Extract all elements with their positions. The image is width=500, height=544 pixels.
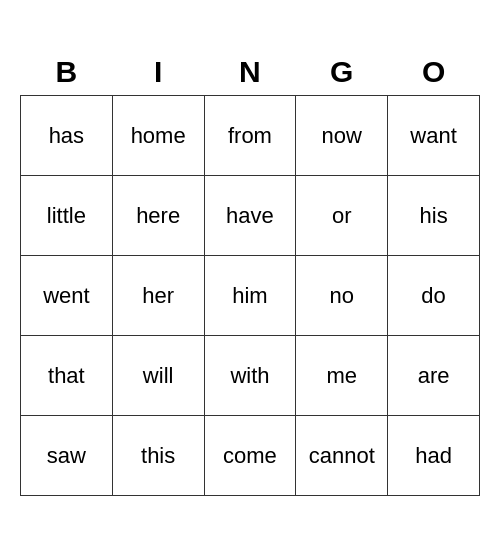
cell-r2-c2: him	[204, 256, 296, 336]
cell-r3-c4: are	[388, 336, 480, 416]
table-row: hashomefromnowwant	[21, 96, 480, 176]
bingo-card: B I N G O hashomefromnowwantlittlehereha…	[20, 48, 480, 497]
cell-r0-c2: from	[204, 96, 296, 176]
cell-r2-c1: her	[112, 256, 204, 336]
header-b: B	[21, 48, 113, 96]
table-row: wentherhimnodo	[21, 256, 480, 336]
cell-r3-c3: me	[296, 336, 388, 416]
cell-r0-c3: now	[296, 96, 388, 176]
cell-r0-c4: want	[388, 96, 480, 176]
header-o: O	[388, 48, 480, 96]
table-row: littleherehaveorhis	[21, 176, 480, 256]
cell-r2-c3: no	[296, 256, 388, 336]
cell-r1-c0: little	[21, 176, 113, 256]
cell-r1-c2: have	[204, 176, 296, 256]
cell-r2-c4: do	[388, 256, 480, 336]
cell-r3-c2: with	[204, 336, 296, 416]
cell-r4-c0: saw	[21, 416, 113, 496]
header-g: G	[296, 48, 388, 96]
cell-r3-c0: that	[21, 336, 113, 416]
table-row: sawthiscomecannothad	[21, 416, 480, 496]
cell-r3-c1: will	[112, 336, 204, 416]
cell-r0-c0: has	[21, 96, 113, 176]
cell-r1-c1: here	[112, 176, 204, 256]
table-row: thatwillwithmeare	[21, 336, 480, 416]
header-n: N	[204, 48, 296, 96]
cell-r4-c4: had	[388, 416, 480, 496]
cell-r1-c4: his	[388, 176, 480, 256]
cell-r4-c1: this	[112, 416, 204, 496]
header-i: I	[112, 48, 204, 96]
cell-r4-c2: come	[204, 416, 296, 496]
cell-r2-c0: went	[21, 256, 113, 336]
bingo-body: hashomefromnowwantlittleherehaveorhiswen…	[21, 96, 480, 496]
cell-r4-c3: cannot	[296, 416, 388, 496]
bingo-header-row: B I N G O	[21, 48, 480, 96]
cell-r1-c3: or	[296, 176, 388, 256]
cell-r0-c1: home	[112, 96, 204, 176]
